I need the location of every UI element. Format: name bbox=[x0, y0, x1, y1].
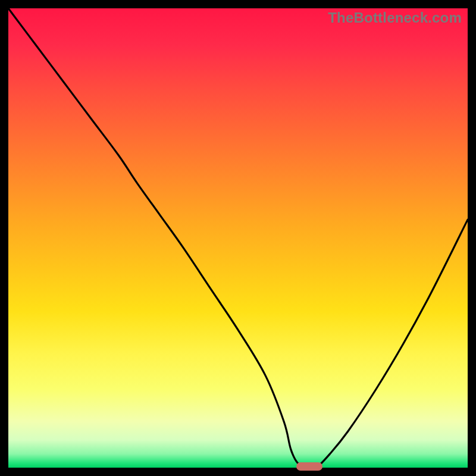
chart-frame: TheBottleneck.com bbox=[0, 0, 476, 476]
bottleneck-curve bbox=[8, 8, 468, 468]
optimal-marker bbox=[296, 462, 322, 471]
plot-area: TheBottleneck.com bbox=[8, 8, 468, 468]
